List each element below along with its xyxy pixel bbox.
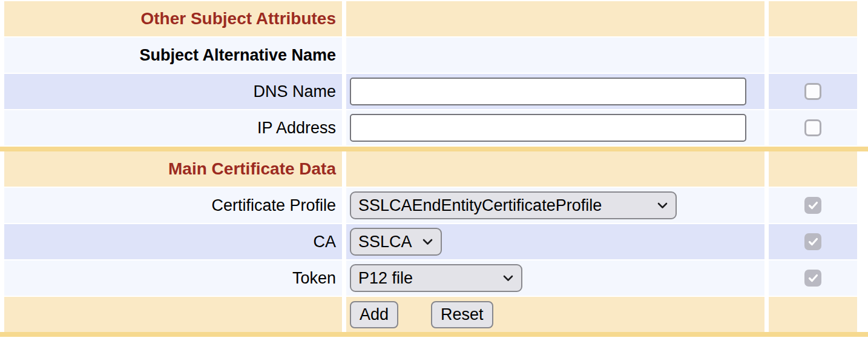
certificate-profile-row: Certificate Profile SSLCAEndEntityCertif… xyxy=(4,188,857,223)
ip-address-label: IP Address xyxy=(257,119,336,138)
dns-name-row: DNS Name xyxy=(4,74,857,109)
token-row: Token P12 file xyxy=(4,260,857,296)
section-header-spacer xyxy=(346,151,764,187)
subject-alternative-name-row: Subject Alternative Name xyxy=(4,38,857,73)
subheading-spacer xyxy=(769,38,857,73)
subject-alternative-name-heading: Subject Alternative Name xyxy=(139,46,336,65)
actions-spacer xyxy=(4,297,342,332)
subheading-spacer xyxy=(346,38,764,73)
check-icon xyxy=(808,201,818,210)
certificate-profile-checkbox[interactable] xyxy=(804,197,821,214)
add-end-entity-form: Other Subject Attributes Subject Alterna… xyxy=(0,0,868,355)
ca-checkbox[interactable] xyxy=(804,233,821,250)
section-header-spacer xyxy=(769,151,857,187)
section-header-spacer xyxy=(346,1,764,36)
add-button[interactable]: Add xyxy=(350,301,398,328)
dns-name-input[interactable] xyxy=(350,78,746,105)
reset-button[interactable]: Reset xyxy=(431,301,493,328)
section-title-main-certificate-data: Main Certificate Data xyxy=(168,159,336,179)
section-header-spacer xyxy=(769,1,857,36)
section-separator xyxy=(0,332,868,337)
ip-address-checkbox[interactable] xyxy=(804,119,821,136)
ip-address-input[interactable] xyxy=(350,114,746,142)
ip-address-row: IP Address xyxy=(4,110,857,145)
dns-name-label: DNS Name xyxy=(253,82,336,101)
section-header-main-certificate-data: Main Certificate Data xyxy=(4,151,857,187)
form-actions-row: Add Reset xyxy=(4,297,857,332)
token-checkbox[interactable] xyxy=(804,270,821,287)
ca-select[interactable]: SSLCA xyxy=(350,228,442,256)
certificate-profile-label: Certificate Profile xyxy=(211,196,336,215)
section-title-other-subject-attributes: Other Subject Attributes xyxy=(140,9,336,28)
section-header-other-subject-attributes: Other Subject Attributes xyxy=(4,1,857,36)
actions-spacer xyxy=(769,297,857,332)
section-separator xyxy=(0,147,868,151)
token-select[interactable]: P12 file xyxy=(350,264,522,292)
check-icon xyxy=(808,274,818,282)
check-icon xyxy=(808,237,818,246)
ca-row: CA SSLCA xyxy=(4,224,857,259)
chevron-down-icon xyxy=(503,275,513,282)
dns-name-checkbox[interactable] xyxy=(804,83,821,100)
token-label: Token xyxy=(292,269,336,288)
chevron-down-icon xyxy=(657,202,668,209)
ca-label: CA xyxy=(313,233,336,251)
chevron-down-icon xyxy=(422,239,433,245)
certificate-profile-select[interactable]: SSLCAEndEntityCertificateProfile xyxy=(350,191,677,219)
